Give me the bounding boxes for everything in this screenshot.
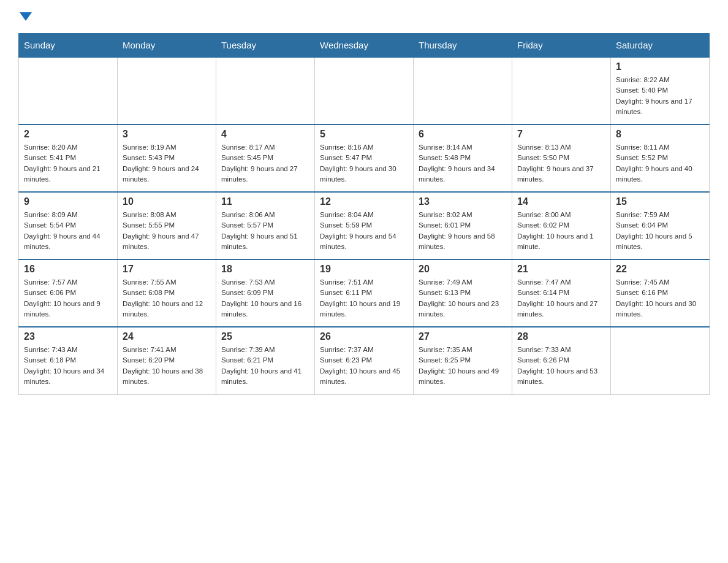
- day-number: 13: [419, 196, 507, 207]
- calendar-cell: 3Sunrise: 8:19 AM Sunset: 5:43 PM Daylig…: [118, 124, 216, 192]
- day-number: 21: [517, 264, 605, 275]
- page-header: [18, 12, 710, 21]
- day-info: Sunrise: 7:55 AM Sunset: 6:08 PM Dayligh…: [123, 277, 211, 320]
- calendar-cell: 20Sunrise: 7:49 AM Sunset: 6:13 PM Dayli…: [414, 259, 512, 327]
- day-info: Sunrise: 7:59 AM Sunset: 6:04 PM Dayligh…: [616, 210, 704, 252]
- day-number: 23: [24, 331, 112, 342]
- day-info: Sunrise: 8:16 AM Sunset: 5:47 PM Dayligh…: [320, 142, 408, 185]
- day-number: 16: [24, 264, 112, 275]
- day-info: Sunrise: 7:49 AM Sunset: 6:13 PM Dayligh…: [419, 277, 507, 320]
- calendar-cell: [512, 57, 611, 124]
- day-number: 26: [320, 331, 408, 342]
- calendar-table: SundayMondayTuesdayWednesdayThursdayFrid…: [18, 33, 710, 395]
- calendar-cell: 24Sunrise: 7:41 AM Sunset: 6:20 PM Dayli…: [118, 327, 216, 394]
- weekday-header-monday: Monday: [118, 34, 216, 58]
- calendar-cell: 23Sunrise: 7:43 AM Sunset: 6:18 PM Dayli…: [19, 327, 118, 394]
- day-info: Sunrise: 7:33 AM Sunset: 6:26 PM Dayligh…: [517, 345, 605, 387]
- calendar-cell: [19, 57, 118, 124]
- calendar-week-4: 16Sunrise: 7:57 AM Sunset: 6:06 PM Dayli…: [19, 259, 710, 327]
- calendar-cell: 16Sunrise: 7:57 AM Sunset: 6:06 PM Dayli…: [19, 259, 118, 327]
- day-number: 5: [320, 129, 408, 140]
- logo: [18, 12, 32, 21]
- day-number: 22: [616, 264, 704, 275]
- calendar-cell: 15Sunrise: 7:59 AM Sunset: 6:04 PM Dayli…: [611, 192, 710, 259]
- logo-triangle-icon: [20, 12, 32, 21]
- calendar-cell: 19Sunrise: 7:51 AM Sunset: 6:11 PM Dayli…: [315, 259, 414, 327]
- calendar-cell: 6Sunrise: 8:14 AM Sunset: 5:48 PM Daylig…: [414, 124, 512, 192]
- calendar-cell: 9Sunrise: 8:09 AM Sunset: 5:54 PM Daylig…: [19, 192, 118, 259]
- weekday-header-sunday: Sunday: [19, 34, 118, 58]
- calendar-cell: [118, 57, 216, 124]
- calendar-cell: 8Sunrise: 8:11 AM Sunset: 5:52 PM Daylig…: [611, 124, 710, 192]
- weekday-header-saturday: Saturday: [611, 34, 710, 58]
- calendar-cell: [315, 57, 414, 124]
- day-info: Sunrise: 7:35 AM Sunset: 6:25 PM Dayligh…: [419, 345, 507, 387]
- day-number: 18: [221, 264, 309, 275]
- day-number: 27: [419, 331, 507, 342]
- day-info: Sunrise: 8:06 AM Sunset: 5:57 PM Dayligh…: [221, 210, 309, 252]
- calendar-cell: 11Sunrise: 8:06 AM Sunset: 5:57 PM Dayli…: [216, 192, 315, 259]
- calendar-week-5: 23Sunrise: 7:43 AM Sunset: 6:18 PM Dayli…: [19, 327, 710, 394]
- calendar-cell: 18Sunrise: 7:53 AM Sunset: 6:09 PM Dayli…: [216, 259, 315, 327]
- day-number: 9: [24, 196, 112, 207]
- calendar-week-1: 1Sunrise: 8:22 AM Sunset: 5:40 PM Daylig…: [19, 57, 710, 124]
- day-info: Sunrise: 8:13 AM Sunset: 5:50 PM Dayligh…: [517, 142, 605, 185]
- calendar-cell: 13Sunrise: 8:02 AM Sunset: 6:01 PM Dayli…: [414, 192, 512, 259]
- day-number: 17: [123, 264, 211, 275]
- day-number: 11: [221, 196, 309, 207]
- calendar-week-3: 9Sunrise: 8:09 AM Sunset: 5:54 PM Daylig…: [19, 192, 710, 259]
- day-info: Sunrise: 7:39 AM Sunset: 6:21 PM Dayligh…: [221, 345, 309, 387]
- calendar-cell: 7Sunrise: 8:13 AM Sunset: 5:50 PM Daylig…: [512, 124, 611, 192]
- day-info: Sunrise: 8:20 AM Sunset: 5:41 PM Dayligh…: [24, 142, 112, 185]
- day-number: 20: [419, 264, 507, 275]
- calendar-cell: [216, 57, 315, 124]
- day-info: Sunrise: 7:53 AM Sunset: 6:09 PM Dayligh…: [221, 277, 309, 320]
- calendar-header-row: SundayMondayTuesdayWednesdayThursdayFrid…: [19, 34, 710, 58]
- calendar-cell: 14Sunrise: 8:00 AM Sunset: 6:02 PM Dayli…: [512, 192, 611, 259]
- calendar-cell: 5Sunrise: 8:16 AM Sunset: 5:47 PM Daylig…: [315, 124, 414, 192]
- day-number: 2: [24, 129, 112, 140]
- calendar-cell: [611, 327, 710, 394]
- day-info: Sunrise: 7:51 AM Sunset: 6:11 PM Dayligh…: [320, 277, 408, 320]
- day-info: Sunrise: 8:22 AM Sunset: 5:40 PM Dayligh…: [616, 75, 704, 117]
- day-info: Sunrise: 8:17 AM Sunset: 5:45 PM Dayligh…: [221, 142, 309, 185]
- calendar-cell: 12Sunrise: 8:04 AM Sunset: 5:59 PM Dayli…: [315, 192, 414, 259]
- day-number: 7: [517, 129, 605, 140]
- day-info: Sunrise: 8:14 AM Sunset: 5:48 PM Dayligh…: [419, 142, 507, 185]
- day-number: 4: [221, 129, 309, 140]
- weekday-header-tuesday: Tuesday: [216, 34, 315, 58]
- day-info: Sunrise: 8:02 AM Sunset: 6:01 PM Dayligh…: [419, 210, 507, 252]
- day-info: Sunrise: 8:09 AM Sunset: 5:54 PM Dayligh…: [24, 210, 112, 252]
- day-number: 1: [616, 61, 704, 72]
- weekday-header-wednesday: Wednesday: [315, 34, 414, 58]
- day-info: Sunrise: 8:11 AM Sunset: 5:52 PM Dayligh…: [616, 142, 704, 185]
- calendar-cell: 17Sunrise: 7:55 AM Sunset: 6:08 PM Dayli…: [118, 259, 216, 327]
- calendar-cell: 27Sunrise: 7:35 AM Sunset: 6:25 PM Dayli…: [414, 327, 512, 394]
- day-info: Sunrise: 7:45 AM Sunset: 6:16 PM Dayligh…: [616, 277, 704, 320]
- day-info: Sunrise: 8:08 AM Sunset: 5:55 PM Dayligh…: [123, 210, 211, 252]
- day-info: Sunrise: 7:43 AM Sunset: 6:18 PM Dayligh…: [24, 345, 112, 387]
- day-number: 8: [616, 129, 704, 140]
- day-info: Sunrise: 8:00 AM Sunset: 6:02 PM Dayligh…: [517, 210, 605, 252]
- day-info: Sunrise: 7:47 AM Sunset: 6:14 PM Dayligh…: [517, 277, 605, 320]
- calendar-cell: 25Sunrise: 7:39 AM Sunset: 6:21 PM Dayli…: [216, 327, 315, 394]
- day-info: Sunrise: 8:04 AM Sunset: 5:59 PM Dayligh…: [320, 210, 408, 252]
- calendar-cell: 10Sunrise: 8:08 AM Sunset: 5:55 PM Dayli…: [118, 192, 216, 259]
- day-number: 28: [517, 331, 605, 342]
- day-info: Sunrise: 7:41 AM Sunset: 6:20 PM Dayligh…: [123, 345, 211, 387]
- calendar-cell: 4Sunrise: 8:17 AM Sunset: 5:45 PM Daylig…: [216, 124, 315, 192]
- calendar-cell: [414, 57, 512, 124]
- weekday-header-thursday: Thursday: [414, 34, 512, 58]
- day-number: 19: [320, 264, 408, 275]
- day-number: 6: [419, 129, 507, 140]
- calendar-cell: 2Sunrise: 8:20 AM Sunset: 5:41 PM Daylig…: [19, 124, 118, 192]
- day-info: Sunrise: 7:37 AM Sunset: 6:23 PM Dayligh…: [320, 345, 408, 387]
- day-number: 10: [123, 196, 211, 207]
- day-info: Sunrise: 8:19 AM Sunset: 5:43 PM Dayligh…: [123, 142, 211, 185]
- day-number: 3: [123, 129, 211, 140]
- day-number: 25: [221, 331, 309, 342]
- calendar-cell: 22Sunrise: 7:45 AM Sunset: 6:16 PM Dayli…: [611, 259, 710, 327]
- calendar-cell: 1Sunrise: 8:22 AM Sunset: 5:40 PM Daylig…: [611, 57, 710, 124]
- calendar-cell: 26Sunrise: 7:37 AM Sunset: 6:23 PM Dayli…: [315, 327, 414, 394]
- day-number: 15: [616, 196, 704, 207]
